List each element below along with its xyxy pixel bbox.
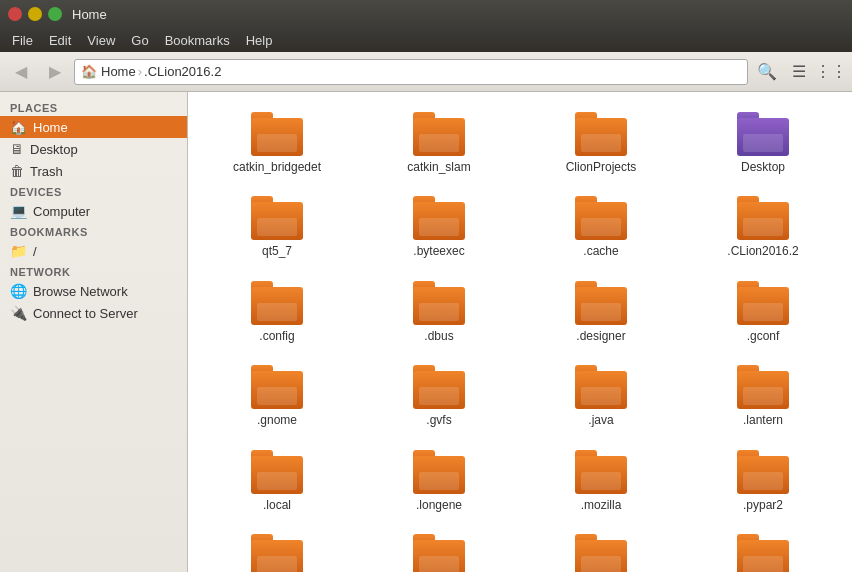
menu-button[interactable]: ☰ bbox=[784, 57, 814, 87]
file-grid: catkin_bridgedetcatkin_slamClionProjects… bbox=[198, 102, 842, 572]
file-item[interactable]: catkin_slam bbox=[360, 102, 518, 182]
location-bar[interactable]: 🏠 Home › .CLion2016.2 bbox=[74, 59, 748, 85]
folder-icon bbox=[251, 363, 303, 409]
file-item[interactable]: .CLion2016.2 bbox=[684, 186, 842, 266]
file-item[interactable]: .byteexec bbox=[360, 186, 518, 266]
file-item[interactable]: .gnome bbox=[198, 355, 356, 435]
file-label: qt5_7 bbox=[262, 244, 292, 258]
grid-icon: ⋮⋮ bbox=[815, 62, 847, 81]
sidebar-item-browse-network-label: Browse Network bbox=[33, 284, 128, 299]
file-label: .cache bbox=[583, 244, 618, 258]
menu-item-go[interactable]: Go bbox=[123, 31, 156, 50]
sidebar-item-connect-server[interactable]: 🔌 Connect to Server bbox=[0, 302, 187, 324]
file-item[interactable]: .ueyeconf bbox=[522, 524, 680, 572]
sidebar-item-home-label: Home bbox=[33, 120, 68, 135]
titlebar: Home bbox=[0, 0, 852, 28]
sidebar-item-computer[interactable]: 💻 Computer bbox=[0, 200, 187, 222]
grid-button[interactable]: ⋮⋮ bbox=[816, 57, 846, 87]
folder-icon bbox=[251, 110, 303, 156]
folder-icon bbox=[251, 194, 303, 240]
folder-icon bbox=[413, 110, 465, 156]
menu-item-help[interactable]: Help bbox=[238, 31, 281, 50]
menubar: FileEditViewGoBookmarksHelp bbox=[0, 28, 852, 52]
sidebar-item-connect-server-label: Connect to Server bbox=[33, 306, 138, 321]
folder-icon bbox=[575, 110, 627, 156]
breadcrumb-separator: › bbox=[138, 64, 142, 79]
close-button[interactable] bbox=[8, 7, 22, 21]
sidebar-item-computer-label: Computer bbox=[33, 204, 90, 219]
file-item[interactable]: .java bbox=[522, 355, 680, 435]
sidebar-item-home[interactable]: 🏠 Home bbox=[0, 116, 187, 138]
menu-item-edit[interactable]: Edit bbox=[41, 31, 79, 50]
file-item[interactable]: .mozilla bbox=[522, 440, 680, 520]
forward-icon: ▶ bbox=[49, 62, 61, 81]
forward-button[interactable]: ▶ bbox=[40, 57, 70, 87]
places-header: Places bbox=[0, 98, 187, 116]
file-item[interactable]: .cache bbox=[522, 186, 680, 266]
back-button[interactable]: ◀ bbox=[6, 57, 36, 87]
folder-icon bbox=[737, 194, 789, 240]
network-icon: 🌐 bbox=[10, 283, 27, 299]
search-icon: 🔍 bbox=[757, 62, 777, 81]
file-item[interactable]: .dbus bbox=[360, 271, 518, 351]
maximize-button[interactable] bbox=[48, 7, 62, 21]
sidebar-item-slash-label: / bbox=[33, 244, 37, 259]
file-label: .gvfs bbox=[426, 413, 451, 427]
sidebar-item-slash[interactable]: 📁 / bbox=[0, 240, 187, 262]
sidebar-item-trash-label: Trash bbox=[30, 164, 63, 179]
file-area: catkin_bridgedetcatkin_slamClionProjects… bbox=[188, 92, 852, 572]
file-label: .lantern bbox=[743, 413, 783, 427]
folder-icon bbox=[413, 279, 465, 325]
window-controls[interactable] bbox=[8, 7, 62, 21]
file-item[interactable]: .ros bbox=[198, 524, 356, 572]
folder-icon bbox=[737, 363, 789, 409]
file-label: catkin_bridgedet bbox=[233, 160, 321, 174]
minimize-button[interactable] bbox=[28, 7, 42, 21]
bookmarks-header: Bookmarks bbox=[0, 222, 187, 240]
file-item[interactable]: .designer bbox=[522, 271, 680, 351]
search-button[interactable]: 🔍 bbox=[752, 57, 782, 87]
file-item[interactable]: .gconf bbox=[684, 271, 842, 351]
devices-header: Devices bbox=[0, 182, 187, 200]
network-header: Network bbox=[0, 262, 187, 280]
file-item[interactable]: .pypar2 bbox=[684, 440, 842, 520]
folder-icon bbox=[575, 279, 627, 325]
sidebar-item-browse-network[interactable]: 🌐 Browse Network bbox=[0, 280, 187, 302]
folder-icon bbox=[575, 194, 627, 240]
file-item[interactable]: qt5_7 bbox=[198, 186, 356, 266]
toolbar-right: 🔍 ☰ ⋮⋮ bbox=[752, 57, 846, 87]
sidebar: Places 🏠 Home 🖥 Desktop 🗑 Trash Devices … bbox=[0, 92, 188, 572]
folder-icon bbox=[251, 532, 303, 572]
file-label: .config bbox=[259, 329, 294, 343]
file-item[interactable]: Desktop bbox=[684, 102, 842, 182]
file-item[interactable]: .local bbox=[198, 440, 356, 520]
menu-item-bookmarks[interactable]: Bookmarks bbox=[157, 31, 238, 50]
folder-icon: 📁 bbox=[10, 243, 27, 259]
menu-item-view[interactable]: View bbox=[79, 31, 123, 50]
folder-icon bbox=[575, 448, 627, 494]
file-item[interactable]: .vim bbox=[684, 524, 842, 572]
file-item[interactable]: .lantern bbox=[684, 355, 842, 435]
file-item[interactable]: .gvfs bbox=[360, 355, 518, 435]
desktop-icon: 🖥 bbox=[10, 141, 24, 157]
menu-item-file[interactable]: File bbox=[4, 31, 41, 50]
file-label: .pypar2 bbox=[743, 498, 783, 512]
sidebar-item-desktop-label: Desktop bbox=[30, 142, 78, 157]
file-item[interactable]: .config bbox=[198, 271, 356, 351]
file-item[interactable]: .longene bbox=[360, 440, 518, 520]
folder-icon bbox=[413, 532, 465, 572]
file-item[interactable]: .rviz bbox=[360, 524, 518, 572]
file-item[interactable]: ClionProjects bbox=[522, 102, 680, 182]
folder-icon bbox=[251, 279, 303, 325]
sidebar-item-trash[interactable]: 🗑 Trash bbox=[0, 160, 187, 182]
file-label: .dbus bbox=[424, 329, 453, 343]
folder-icon bbox=[737, 448, 789, 494]
sidebar-item-desktop[interactable]: 🖥 Desktop bbox=[0, 138, 187, 160]
file-label: .local bbox=[263, 498, 291, 512]
home-icon: 🏠 bbox=[81, 64, 97, 79]
folder-icon bbox=[413, 448, 465, 494]
file-item[interactable]: catkin_bridgedet bbox=[198, 102, 356, 182]
folder-icon bbox=[737, 532, 789, 572]
main-area: Places 🏠 Home 🖥 Desktop 🗑 Trash Devices … bbox=[0, 92, 852, 572]
file-label: .gconf bbox=[747, 329, 780, 343]
